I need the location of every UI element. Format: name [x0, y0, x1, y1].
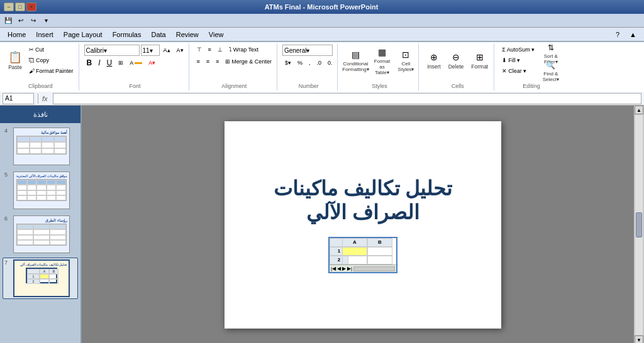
redo-button[interactable]: ↪	[28, 15, 39, 26]
fill-button[interactable]: ⬇ Fill▾	[499, 55, 537, 65]
scroll-up-arrow[interactable]: ▲	[635, 106, 643, 114]
align-top-button[interactable]: ⊤	[194, 45, 204, 55]
conditional-label: ConditionalFormatting▾	[342, 61, 369, 72]
slide-item-4[interactable]: 4 أهمة موافق مالية	[3, 126, 78, 167]
clear-icon: ✕	[502, 68, 507, 74]
excel-b2[interactable]	[367, 256, 392, 264]
increase-font-button[interactable]: A▴	[161, 45, 173, 55]
delete-button[interactable]: ⊖ Delete	[445, 45, 467, 77]
save-quick-button[interactable]: 💾	[3, 15, 14, 26]
autosum-button[interactable]: Σ AutoSum▾	[499, 45, 537, 55]
comma-button[interactable]: ,	[306, 58, 313, 68]
italic-button[interactable]: I	[96, 58, 103, 68]
decrease-font-button[interactable]: A▾	[174, 45, 186, 55]
align-left-button[interactable]: ≡	[194, 57, 203, 67]
bold-button[interactable]: B	[84, 58, 95, 68]
border-button[interactable]: ⊞	[116, 58, 126, 68]
clear-button[interactable]: ✕ Clear▾	[499, 66, 537, 76]
window-controls[interactable]: − □ ×	[4, 3, 36, 11]
format-icon: ⊞	[476, 52, 484, 62]
excel-a2[interactable]	[342, 256, 367, 264]
tab-review[interactable]: Review	[171, 30, 204, 40]
merge-center-button[interactable]: ⊞ Merge & Center	[223, 57, 274, 67]
align-right-button[interactable]: ≡	[213, 57, 221, 67]
insert-button[interactable]: ⊕ Insert	[424, 45, 443, 77]
tab-data[interactable]: Data	[146, 30, 170, 40]
excel-b1[interactable]	[367, 247, 392, 256]
cut-button[interactable]: ✂ Cut	[26, 45, 76, 55]
clipboard-group: 📋 Paste ✂ Cut ⿻ Copy 🖌 Format Painter Cl…	[3, 43, 79, 90]
align-center-button[interactable]: ≡	[204, 57, 212, 67]
slide-thumb-6: رؤساء الطرق	[13, 215, 70, 253]
slide-item-7[interactable]: 7 تحليل تكاليف ماكينات الصراف آلي A B 1 …	[3, 258, 78, 299]
maximize-button[interactable]: □	[15, 3, 25, 11]
undo-button[interactable]: ↩	[15, 15, 26, 26]
cell-styles-label: CellStyles▾	[398, 61, 414, 72]
currency-button[interactable]: $▾	[282, 58, 294, 68]
format-painter-button[interactable]: 🖌 Format Painter	[26, 66, 76, 76]
slide-num-5: 5	[4, 172, 11, 178]
help-icon[interactable]: ?	[611, 30, 625, 40]
scroll-track	[635, 115, 643, 335]
format-painter-label: Format Painter	[36, 68, 74, 74]
slide-item-6[interactable]: 6 رؤساء الطرق	[3, 214, 78, 255]
underline-button[interactable]: U	[104, 58, 115, 68]
tab-page-layout[interactable]: Page Layout	[58, 30, 108, 40]
cell-reference-box[interactable]: A1	[3, 93, 34, 104]
merge-icon: ⊞	[225, 58, 230, 65]
increase-decimal-button[interactable]: .0	[314, 58, 324, 68]
slide-thumb-7: تحليل تكاليف ماكينات الصراف آلي A B 1 2	[13, 259, 70, 297]
tab-formulas[interactable]: Formulas	[108, 30, 147, 40]
tab-view[interactable]: View	[204, 30, 229, 40]
nav-last[interactable]: ▶|	[347, 266, 352, 271]
tab-insert[interactable]: Insert	[31, 30, 58, 40]
copy-label: Copy	[36, 57, 49, 63]
minimize-button[interactable]: −	[4, 3, 14, 11]
find-icon: 🔍	[546, 61, 555, 70]
close-button[interactable]: ×	[26, 3, 36, 11]
tab-home[interactable]: Home	[3, 30, 31, 40]
nav-prev[interactable]: ◀	[337, 266, 341, 271]
find-select-button[interactable]: 🔍 Find &Select▾	[538, 64, 564, 79]
cell-styles-button[interactable]: ⊡ CellStyles▾	[396, 45, 416, 77]
format-button[interactable]: ⊞ Format	[468, 45, 491, 77]
font-label: Font	[82, 83, 189, 89]
font-group: Calibri▾ 11▾ A▴ A▾ B I U ⊞ A A▾ Font	[82, 43, 189, 90]
paste-button[interactable]: 📋 Paste	[5, 45, 25, 77]
scroll-thumb[interactable]	[636, 212, 642, 237]
vertical-scrollbar[interactable]: ▲ ▼	[634, 106, 644, 343]
font-name-dropdown[interactable]: Calibri▾	[84, 45, 140, 56]
fill-label: Fill	[508, 57, 516, 63]
excel-object[interactable]: A B 1 2 |◀ ◀ ▶ ▶|	[328, 237, 397, 273]
font-size-dropdown[interactable]: 11▾	[141, 45, 160, 56]
format-as-table-button[interactable]: ▦ Formatas Table▾	[369, 45, 394, 77]
align-middle-button[interactable]: ≡	[206, 45, 214, 55]
number-group: General▾ $▾ % , .0 0. Number	[280, 43, 338, 90]
excel-a1[interactable]	[342, 247, 367, 256]
align-bottom-button[interactable]: ⊥	[215, 45, 225, 55]
format-painter-icon: 🖌	[29, 68, 35, 74]
nav-next[interactable]: ▶	[342, 266, 346, 271]
editing-group: Σ AutoSum▾ ⬇ Fill▾ ✕ Clear▾ ⇅ Sort &Filt…	[497, 43, 566, 90]
scroll-down-arrow[interactable]: ▼	[635, 335, 643, 343]
ribbon: 📋 Paste ✂ Cut ⿻ Copy 🖌 Format Painter Cl…	[0, 41, 644, 92]
font-color-button[interactable]: A▾	[146, 58, 158, 68]
copy-button[interactable]: ⿻ Copy	[26, 55, 76, 65]
format-label: Format	[471, 63, 488, 70]
formula-input[interactable]	[53, 93, 641, 104]
ribbon-minimize[interactable]: ▲	[625, 30, 641, 40]
conditional-formatting-button[interactable]: ▤ ConditionalFormatting▾	[343, 45, 368, 77]
decrease-decimal-button[interactable]: 0.	[325, 58, 335, 68]
percent-button[interactable]: %	[295, 58, 305, 68]
slide-num-7: 7	[4, 259, 11, 266]
slide-item-5[interactable]: 5 موافق ماكينات الصراف الآلي المحتربة	[3, 170, 78, 211]
fx-label: fx	[42, 95, 48, 102]
horizontal-scrollbar[interactable]	[353, 266, 395, 271]
number-format-dropdown[interactable]: General▾	[282, 45, 333, 56]
fill-color-button[interactable]: A	[127, 58, 145, 68]
editing-col: Σ AutoSum▾ ⬇ Fill▾ ✕ Clear▾	[499, 45, 537, 76]
wrap-text-button[interactable]: ⤵ Wrap Text	[226, 45, 261, 55]
quick-access-dropdown[interactable]: ▾	[40, 15, 52, 26]
nav-first[interactable]: |◀	[331, 266, 336, 271]
slide-thumb-5: موافق ماكينات الصراف الآلي المحتربة	[13, 172, 70, 209]
